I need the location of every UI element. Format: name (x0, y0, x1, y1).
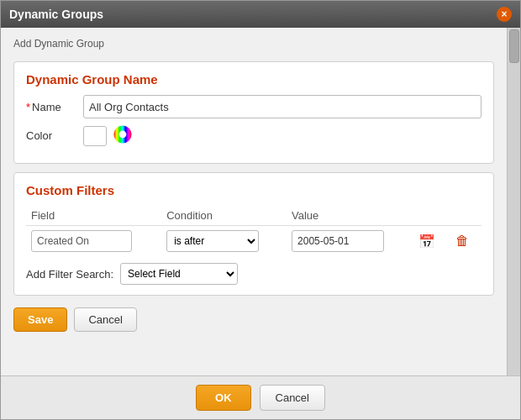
dynamic-group-name-section: Dynamic Group Name *Name Color (13, 61, 494, 164)
col-header-field: Field (26, 206, 161, 226)
cancel-footer-button[interactable]: Cancel (260, 385, 325, 411)
section-title-filters: Custom Filters (26, 183, 482, 197)
color-wheel-icon[interactable] (113, 125, 132, 146)
color-row: Color (26, 125, 482, 146)
filters-table: Field Condition Value is af (26, 206, 482, 256)
custom-filters-section: Custom Filters Field Condition Value (13, 172, 494, 296)
col-header-condition: Condition (161, 206, 287, 226)
filter-row: is after is before is on is between (26, 226, 482, 257)
svg-point-1 (119, 131, 127, 139)
cancel-inner-button[interactable]: Cancel (74, 307, 136, 332)
color-swatch[interactable] (83, 126, 107, 146)
condition-select[interactable]: is after is before is on is between (166, 230, 259, 252)
field-input[interactable] (31, 230, 132, 252)
modal-footer: OK Cancel (1, 375, 520, 419)
modal-title: Dynamic Groups (9, 8, 103, 21)
required-mark: * (26, 101, 30, 113)
save-button[interactable]: Save (13, 307, 67, 332)
breadcrumb: Add Dynamic Group (13, 36, 494, 53)
col-header-value: Value (287, 206, 482, 226)
add-filter-label: Add Filter Search: (26, 268, 113, 281)
name-input[interactable] (83, 95, 482, 118)
ok-button[interactable]: OK (196, 385, 251, 411)
section-title-dynamic-group: Dynamic Group Name (26, 72, 482, 87)
name-row: *Name (26, 95, 482, 118)
delete-icon-button[interactable]: 🗑 (454, 232, 471, 250)
select-field-dropdown[interactable]: Select Field Created On Name Email (120, 263, 238, 285)
scrollbar-track[interactable] (507, 28, 520, 375)
title-bar: Dynamic Groups × (1, 1, 520, 28)
color-label: Color (26, 129, 76, 142)
close-button[interactable]: × (497, 7, 512, 22)
calendar-icon-button[interactable]: 📅 (417, 232, 437, 251)
value-input[interactable] (292, 230, 384, 252)
scroll-area: Add Dynamic Group Dynamic Group Name *Na… (1, 28, 507, 375)
name-label: *Name (26, 101, 76, 113)
scrollbar-thumb[interactable] (509, 29, 519, 63)
add-filter-row: Add Filter Search: Select Field Created … (26, 263, 482, 285)
inner-action-row: Save Cancel (13, 304, 494, 339)
